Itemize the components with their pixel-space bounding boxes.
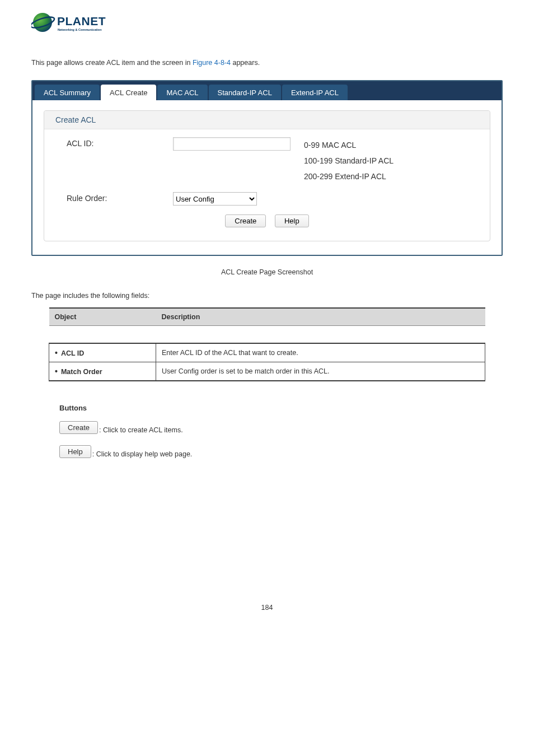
logo: PLANET Networking & Communication — [31, 11, 503, 36]
buttons-heading: Buttons — [59, 404, 503, 412]
screenshot-caption: ACL Create Page Screenshot — [31, 268, 503, 276]
help-button-sample: Help — [59, 445, 91, 458]
svg-point-0 — [33, 13, 52, 32]
acl-id-input[interactable] — [173, 137, 291, 151]
acl-id-label: ACL ID: — [67, 137, 173, 148]
create-button-explain: Create : Click to create ACL items. — [59, 421, 503, 434]
create-acl-panel: Create ACL ACL ID: 0-99 MAC ACL 100-199 … — [44, 110, 490, 241]
tab-acl-summary[interactable]: ACL Summary — [35, 85, 100, 100]
create-button[interactable]: Create — [225, 214, 266, 227]
intro-text: This page allows create ACL item and the… — [31, 59, 503, 67]
tab-extend-ip-acl[interactable]: Extend-IP ACL — [282, 85, 348, 100]
tab-standard-ip-acl[interactable]: Standard-IP ACL — [209, 85, 281, 100]
obj-acl-id: ACL ID — [61, 349, 84, 357]
caption-text: ACL Create Page Screenshot — [221, 268, 313, 276]
logo-brand-text: PLANET — [57, 15, 106, 27]
acl-create-screenshot: ACL Summary ACL Create MAC ACL Standard-… — [31, 80, 503, 256]
logo-tagline-text: Networking & Communication — [58, 28, 102, 31]
intro-pre: This page allows create ACL item and the… — [31, 59, 193, 67]
fields-table: Object Description •ACL ID Enter ACL ID … — [49, 307, 485, 381]
figure-reference-link: Figure 4-8-4 — [193, 59, 231, 67]
desc-acl-id: Enter ACL ID of the ACL that want to cre… — [156, 343, 485, 362]
col-description: Description — [156, 308, 485, 326]
col-object: Object — [49, 308, 156, 326]
fields-intro: The page includes the following fields: — [31, 292, 503, 300]
tab-bar: ACL Summary ACL Create MAC ACL Standard-… — [32, 81, 502, 100]
create-button-desc: : Click to create ACL items. — [99, 426, 183, 434]
planet-logo-icon: PLANET Networking & Communication — [31, 11, 127, 36]
rule-order-select[interactable]: User Config — [173, 192, 257, 206]
create-button-sample: Create — [59, 421, 98, 434]
acl-id-hints: 0-99 MAC ACL 100-199 Standard-IP ACL 200… — [291, 137, 394, 184]
hint-extend-ip-acl: 200-299 Extend-IP ACL — [304, 169, 394, 184]
tab-acl-create[interactable]: ACL Create — [101, 85, 156, 100]
tab-mac-acl[interactable]: MAC ACL — [157, 85, 207, 100]
page-number: 184 — [31, 604, 503, 612]
intro-post: appears. — [231, 59, 260, 67]
panel-title: Create ACL — [44, 111, 490, 129]
table-row: •Match Order User Config order is set to… — [49, 362, 485, 381]
obj-match-order: Match Order — [61, 368, 102, 376]
hint-mac-acl: 0-99 MAC ACL — [304, 137, 394, 153]
help-button[interactable]: Help — [275, 214, 309, 227]
help-button-explain: Help : Click to display help web page. — [59, 445, 503, 458]
hint-standard-ip-acl: 100-199 Standard-IP ACL — [304, 153, 394, 169]
table-row: •ACL ID Enter ACL ID of the ACL that wan… — [49, 343, 485, 362]
desc-match-order: User Config order is set to be match ord… — [156, 362, 485, 381]
help-button-desc: : Click to display help web page. — [92, 450, 193, 458]
rule-order-label: Rule Order: — [67, 192, 173, 203]
